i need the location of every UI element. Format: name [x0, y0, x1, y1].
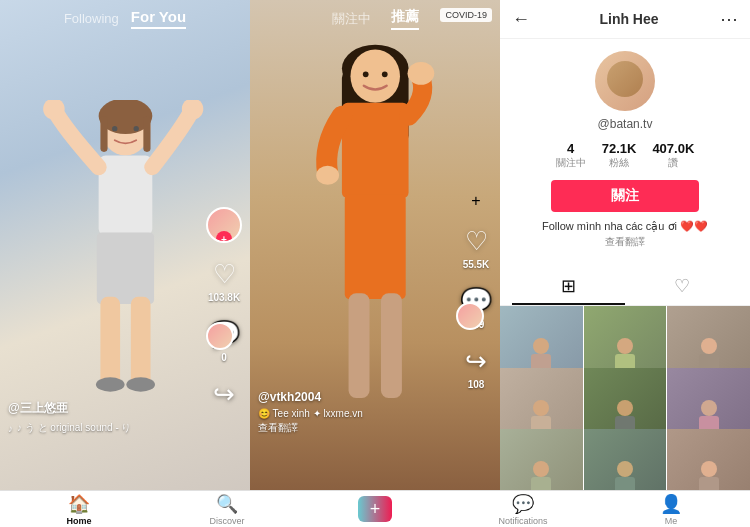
svg-point-10	[95, 377, 124, 391]
svg-point-13	[133, 126, 138, 131]
svg-point-11	[126, 377, 155, 391]
covid-badge[interactable]: COVID-19	[440, 8, 492, 22]
heart-icon-mid: ♡	[465, 226, 488, 257]
scene-9	[667, 429, 750, 490]
svg-point-25	[533, 338, 549, 354]
left-video-panel: Following For You + ♡ 103.8K 💬 0 ↪ @三上悠亜	[0, 0, 250, 490]
heart-icon: ♡	[213, 259, 236, 290]
svg-point-29	[617, 338, 633, 354]
fans-number: 72.1K	[602, 141, 637, 156]
left-actions: + ♡ 103.8K 💬 0 ↪	[206, 207, 242, 410]
music-disc	[206, 322, 234, 350]
svg-rect-8	[100, 297, 120, 386]
following-tab-mid[interactable]: 關注中	[332, 10, 371, 28]
svg-point-18	[382, 71, 388, 77]
svg-rect-2	[100, 116, 107, 152]
notifications-icon: 💬	[512, 493, 534, 515]
profile-header: ← Linh Hee ⋯	[500, 0, 750, 39]
share-action-mid[interactable]: ↪ 108	[465, 346, 487, 390]
following-tab[interactable]: Following	[64, 11, 119, 26]
like-count-mid: 55.5K	[463, 259, 490, 270]
svg-rect-22	[345, 194, 406, 299]
svg-rect-23	[348, 293, 369, 398]
home-icon: 🏠	[68, 493, 90, 515]
like-action[interactable]: ♡ 103.8K	[208, 259, 240, 303]
follow-plus[interactable]: +	[216, 231, 232, 243]
videos-tab[interactable]: ⊞	[512, 269, 625, 305]
discover-icon: 🔍	[216, 493, 238, 515]
following-label: 關注中	[556, 156, 586, 170]
music-disc-mid	[456, 302, 484, 330]
nav-me[interactable]: 👤 Me	[597, 493, 745, 526]
svg-point-21	[316, 166, 339, 185]
svg-rect-48	[615, 477, 635, 490]
creator-avatar-mid[interactable]: +	[471, 192, 480, 210]
back-button[interactable]: ←	[512, 9, 530, 30]
bottom-nav: 🏠 Home 🔍 Discover + 💬 Notifications 👤 Me	[0, 490, 750, 527]
nav-discover[interactable]: 🔍 Discover	[153, 493, 301, 526]
share-icon-mid: ↪	[465, 346, 487, 377]
follow-plus-mid[interactable]: +	[471, 192, 480, 210]
svg-point-32	[701, 338, 717, 354]
nav-home[interactable]: 🏠 Home	[5, 493, 153, 526]
add-button[interactable]: +	[358, 496, 393, 522]
creator-avatar[interactable]: +	[206, 207, 242, 243]
svg-rect-4	[98, 155, 152, 236]
video-username: @三上悠亜	[8, 400, 195, 417]
video-thumb-8[interactable]	[584, 429, 667, 490]
left-bottom-info: @三上悠亜 ♪ ♪ う と original sound - り	[8, 400, 195, 435]
following-number: 4	[567, 141, 574, 156]
svg-point-41	[701, 400, 717, 416]
recommended-tab[interactable]: 推薦	[391, 8, 419, 30]
svg-rect-3	[143, 116, 150, 152]
svg-rect-24	[381, 293, 402, 398]
share-action[interactable]: ↪	[213, 379, 235, 410]
svg-point-16	[350, 50, 400, 103]
svg-point-50	[701, 461, 717, 477]
svg-rect-51	[699, 477, 719, 490]
profile-info: @batan.tv 4 關注中 72.1K 粉絲 407.0K 讚 關注 Fol…	[500, 39, 750, 269]
scene-8	[584, 429, 667, 490]
for-you-tab[interactable]: For You	[131, 8, 186, 29]
right-profile-panel: ← Linh Hee ⋯ @batan.tv 4 關注中 72.1K 粉絲 40…	[500, 0, 750, 490]
main-content: Following For You + ♡ 103.8K 💬 0 ↪ @三上悠亜	[0, 0, 750, 490]
video-thumb-9[interactable]	[667, 429, 750, 490]
more-options-icon[interactable]: ⋯	[720, 8, 738, 30]
nav-notifications[interactable]: 💬 Notifications	[449, 493, 597, 526]
svg-point-47	[617, 461, 633, 477]
stat-fans: 72.1K 粉絲	[602, 141, 637, 170]
middle-video-panel: 關注中 推薦 COVID-19 + ♡ 55.5K 💬 569 ↪ 108	[250, 0, 500, 490]
svg-point-20	[407, 62, 434, 85]
profile-avatar	[595, 51, 655, 111]
video-thumb-7[interactable]	[500, 429, 583, 490]
discover-label: Discover	[209, 516, 244, 526]
music-icon: ♪	[8, 423, 13, 434]
profile-tabs: ⊞ ♡	[500, 269, 750, 306]
home-label: Home	[66, 516, 91, 526]
like-action-mid[interactable]: ♡ 55.5K	[463, 226, 490, 270]
follow-button[interactable]: 關注	[551, 180, 699, 212]
likes-label: 讚	[668, 156, 678, 170]
translate-link[interactable]: 查看翻譯	[258, 421, 445, 435]
video-sound: ♪ ♪ う と original sound - り	[8, 421, 195, 435]
left-top-bar: Following For You	[0, 0, 250, 37]
profile-handle: @batan.tv	[598, 117, 653, 131]
profile-bio: Follow mình nha các cậu ơi ❤️❤️	[542, 220, 708, 233]
svg-rect-45	[531, 477, 551, 490]
svg-rect-9	[130, 297, 150, 386]
stat-likes: 407.0K 讚	[652, 141, 694, 170]
share-count-mid: 108	[468, 379, 485, 390]
bio-translate-link[interactable]: 查看翻譯	[605, 235, 645, 249]
svg-point-38	[617, 400, 633, 416]
nav-add[interactable]: +	[301, 496, 449, 522]
video-username-mid: @vtkh2004	[258, 390, 445, 404]
video-caption: 😊 Tee xinh ✦ lxxme.vn	[258, 408, 445, 419]
liked-tab[interactable]: ♡	[625, 269, 738, 305]
stat-following: 4 關注中	[556, 141, 586, 170]
svg-rect-7	[96, 232, 153, 304]
likes-number: 407.0K	[652, 141, 694, 156]
svg-point-44	[533, 461, 549, 477]
fans-label: 粉絲	[609, 156, 629, 170]
comment-count: 0	[221, 352, 227, 363]
scene-7	[500, 429, 583, 490]
